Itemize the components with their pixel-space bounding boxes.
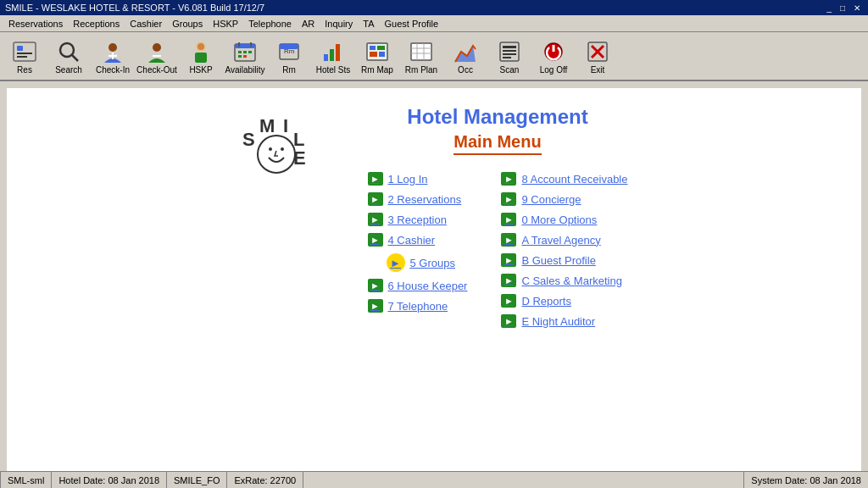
svg-rect-43 <box>503 57 511 58</box>
menu-cashier[interactable]: Cashier <box>125 17 167 30</box>
toolbar-hotelsts[interactable]: Hotel Sts <box>312 34 354 78</box>
menu-item-housekeeper[interactable]: ► 6 House Keeper <box>368 279 468 292</box>
menu-right-column: ► 8 Account Receivable ► 9 Concierge ► 0… <box>501 172 627 328</box>
svg-text:M: M <box>259 115 275 136</box>
menu-label-groups: 5 Groups <box>410 257 455 269</box>
scan-icon <box>496 38 523 65</box>
hskp-icon <box>187 38 214 65</box>
svg-rect-42 <box>503 53 516 55</box>
menu-item-concierge[interactable]: ► 9 Concierge <box>501 192 627 206</box>
menu-item-guestprofile[interactable]: ► B Guest Profile <box>501 253 627 267</box>
res-icon <box>11 38 38 65</box>
toolbar-checkout[interactable]: Check-Out <box>136 34 178 78</box>
menu-item-sales[interactable]: ► C Sales & Marketing <box>501 274 627 287</box>
svg-point-54 <box>258 136 295 173</box>
menu-arrow-4: ► <box>368 233 383 247</box>
toolbar: Res Search Check-In <box>0 32 868 81</box>
toolbar-scan-label: Scan <box>500 65 520 75</box>
menu-label-reception: 3 Reception <box>388 214 447 226</box>
toolbar-scan[interactable]: Scan <box>488 34 531 78</box>
menu-item-groups[interactable]: ► ► 5 Groups <box>368 253 468 272</box>
menu-telephone[interactable]: Telephone <box>243 17 297 30</box>
menu-item-travel[interactable]: ► A Travel Agency <box>501 233 627 247</box>
main-menu-title: Main Menu <box>453 132 541 155</box>
minimize-button[interactable]: _ <box>824 3 834 13</box>
svg-rect-19 <box>243 51 247 53</box>
menu-arrow-d: ► <box>501 294 516 308</box>
menu-item-reservations[interactable]: ► 2 Reservations <box>368 192 468 206</box>
toolbar-exit-label: Exit <box>591 65 605 75</box>
svg-rect-1 <box>17 46 23 51</box>
status-appname: SML-sml <box>0 472 52 488</box>
svg-rect-21 <box>238 55 242 58</box>
menu-item-nightauditor[interactable]: ► E Night Auditor <box>501 314 627 328</box>
svg-point-4 <box>60 43 74 57</box>
toolbar-checkin-label: Check-In <box>96 65 130 75</box>
svg-point-6 <box>108 43 117 52</box>
toolbar-occ-label: Occ <box>458 65 473 75</box>
toolbar-rm[interactable]: Rm Rm <box>268 34 310 78</box>
menu-label-cashier: 4 Cashier <box>388 234 436 247</box>
menu-reservations[interactable]: Reservations <box>3 17 68 30</box>
toolbar-exit[interactable]: Exit <box>576 34 619 78</box>
toolbar-occ[interactable]: Occ <box>444 34 487 78</box>
menu-item-ar[interactable]: ► 8 Account Receivable <box>501 172 627 186</box>
menu-item-telephone[interactable]: ► 7 Telephone <box>368 299 468 313</box>
smile-logo: S M I L E <box>241 114 317 190</box>
menu-receptions[interactable]: Receptions <box>68 17 125 30</box>
menu-label-nightauditor: E Night Auditor <box>521 315 595 328</box>
restore-button[interactable]: □ <box>837 3 848 13</box>
rmplan-icon <box>408 38 435 65</box>
toolbar-search[interactable]: Search <box>47 34 90 78</box>
toolbar-res[interactable]: Res <box>3 34 46 78</box>
status-systemdate-text: System Date: 08 Jan 2018 <box>751 475 861 485</box>
toolbar-logoff[interactable]: Log Off <box>532 34 575 78</box>
svg-rect-12 <box>195 53 207 63</box>
menu-arrow-8: ► <box>501 172 516 186</box>
svg-rect-27 <box>330 49 334 61</box>
status-user: SMILE_FO <box>167 472 227 488</box>
menu-item-reports[interactable]: ► D Reports <box>501 294 627 308</box>
menu-label-ar: 8 Account Receivable <box>521 173 627 186</box>
svg-text:S: S <box>242 129 255 150</box>
groups-highlight: ► <box>387 253 405 272</box>
status-hoteldate: Hotel Date: 08 Jan 2018 <box>52 472 167 488</box>
menu-ta[interactable]: TA <box>358 17 379 30</box>
title-bar: SMILE - WESLAKE HOTEL & RESORT - V6.081 … <box>0 0 868 15</box>
toolbar-hskp[interactable]: HSKP <box>180 34 222 78</box>
menu-item-reception[interactable]: ► 3 Reception <box>368 213 468 226</box>
svg-rect-30 <box>370 46 376 50</box>
menu-hskp[interactable]: HSKP <box>208 17 243 30</box>
status-exrate: ExRate: 22700 <box>227 472 303 488</box>
rmmap-icon <box>364 38 391 65</box>
toolbar-availability[interactable]: Availability <box>224 34 266 78</box>
toolbar-avail-label: Availability <box>225 65 264 75</box>
svg-rect-28 <box>336 44 340 61</box>
svg-rect-18 <box>238 51 242 53</box>
menu-ar[interactable]: AR <box>297 17 320 30</box>
toolbar-rmplan[interactable]: Rm Plan <box>400 34 442 78</box>
menu-inquiry[interactable]: Inquiry <box>320 17 358 30</box>
menu-item-more[interactable]: ► 0 More Options <box>501 213 627 226</box>
menu-label-reports: D Reports <box>521 295 571 308</box>
menu-arrow-b: ► <box>501 253 516 267</box>
menu-arrow-9: ► <box>501 192 516 206</box>
svg-rect-22 <box>243 55 247 58</box>
toolbar-logoff-label: Log Off <box>540 65 568 75</box>
menu-arrow-0: ► <box>501 213 516 226</box>
toolbar-rmmap-label: Rm Map <box>361 65 393 75</box>
menu-columns: ► 1 Log In ► 2 Reservations ► 3 Receptio… <box>368 172 628 328</box>
close-button[interactable]: ✕ <box>851 3 863 13</box>
checkin-icon <box>99 38 126 65</box>
menu-groups[interactable]: Groups <box>167 17 208 30</box>
menu-guest-profile[interactable]: Guest Profile <box>380 17 444 30</box>
menu-label-travel: A Travel Agency <box>521 234 600 247</box>
status-appname-text: SML-sml <box>8 475 44 485</box>
toolbar-rmmap[interactable]: Rm Map <box>356 34 398 78</box>
toolbar-checkin[interactable]: Check-In <box>92 34 134 78</box>
toolbar-hskp-label: HSKP <box>189 65 212 75</box>
svg-point-9 <box>153 43 161 52</box>
search-icon <box>55 38 82 65</box>
menu-item-login[interactable]: ► 1 Log In <box>368 172 468 186</box>
menu-item-cashier[interactable]: ► 4 Cashier <box>368 233 468 247</box>
